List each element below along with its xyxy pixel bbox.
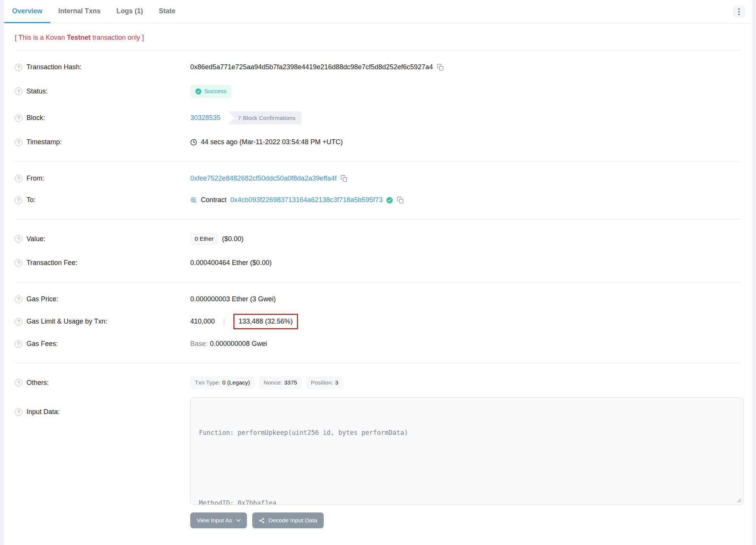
- gas-usage-value: 133,488 (32.56%): [239, 318, 293, 325]
- value-badge: 0 Ether: [190, 232, 218, 245]
- row-value: ? Value: 0 Ether ($0.00): [15, 226, 741, 252]
- row-status: ? Status: Success: [15, 78, 741, 104]
- help-icon[interactable]: ?: [15, 235, 22, 243]
- view-input-as-button[interactable]: View Input As: [190, 512, 247, 528]
- gas-fees-label: Gas Fees:: [26, 340, 58, 348]
- help-icon[interactable]: ?: [15, 196, 22, 204]
- row-timestamp: ? Timestamp: 44 secs ago (Mar-11-2022 03…: [15, 131, 741, 153]
- gas-price-label: Gas Price:: [26, 295, 58, 303]
- transaction-card: Overview Internal Txns Logs (1) State [ …: [3, 0, 753, 545]
- tab-bar: Overview Internal Txns Logs (1) State: [3, 0, 753, 23]
- tab-spacer: [183, 0, 733, 23]
- nonce-key: Nonce:: [264, 379, 282, 386]
- nonce-value: 3375: [284, 379, 297, 386]
- input-methodid-line: MethodID: 0x7bbaf1ea: [199, 497, 735, 505]
- txn-type-key: Txn Type:: [195, 379, 220, 386]
- help-icon[interactable]: ?: [15, 379, 22, 386]
- transaction-fee-label: Transaction Fee:: [26, 259, 77, 267]
- notice-prefix: [ This is a Kovan: [15, 34, 67, 41]
- copy-icon[interactable]: [397, 196, 404, 204]
- clock-icon: [190, 139, 197, 146]
- row-block: ? Block: 30328535 7 Block Confirmations: [15, 104, 741, 131]
- help-icon[interactable]: ?: [15, 318, 22, 325]
- copy-icon[interactable]: [437, 64, 444, 71]
- help-icon[interactable]: ?: [15, 340, 22, 348]
- transaction-hash-label: Transaction Hash:: [26, 63, 81, 71]
- divider: [15, 161, 741, 162]
- help-icon[interactable]: ?: [15, 139, 22, 146]
- row-gas-limit-usage: ? Gas Limit & Usage by Txn: 410,000 | 13…: [15, 310, 741, 333]
- txn-type-badge: Txn Type: 0 (Legacy): [190, 376, 255, 389]
- notice-bold: Testnet: [67, 34, 91, 41]
- others-label: Others:: [26, 379, 49, 387]
- help-icon[interactable]: ?: [15, 259, 22, 267]
- tab-logs[interactable]: Logs (1): [109, 0, 151, 23]
- input-data-actions: View Input As Decode Input Data: [190, 512, 744, 528]
- block-confirmations-badge: 7 Block Confirmations: [228, 111, 301, 125]
- tab-overview[interactable]: Overview: [4, 0, 50, 23]
- value-label: Value:: [26, 235, 45, 243]
- position-key: Position:: [311, 379, 333, 386]
- txn-type-value: 0 (Legacy): [222, 379, 250, 386]
- to-address-link[interactable]: 0x4cb093f226983713164a62138c3f718a5b595f…: [230, 196, 382, 204]
- input-data-label: Input Data:: [26, 408, 60, 416]
- help-icon[interactable]: ?: [15, 87, 22, 95]
- gas-price-value: 0.000000003 Ether (3 Gwei): [190, 295, 276, 303]
- value-usd: ($0.00): [222, 235, 244, 243]
- to-contract-prefix: Contract: [201, 196, 227, 204]
- chevron-down-icon: [236, 519, 241, 522]
- block-label: Block:: [26, 114, 45, 122]
- help-icon[interactable]: ?: [15, 175, 22, 182]
- kebab-menu-button[interactable]: [733, 6, 745, 18]
- divider: [15, 363, 741, 363]
- position-value: 3: [335, 379, 338, 386]
- row-transaction-hash: ? Transaction Hash: 0x86ed5a771e725aa94d…: [15, 56, 741, 78]
- timestamp-value: 44 secs ago (Mar-11-2022 03:54:48 PM +UT…: [201, 138, 343, 146]
- from-address-link[interactable]: 0xfee7522e8482682cf50ddc50a0f8da2a39effa…: [190, 174, 337, 182]
- gas-separator: |: [223, 318, 225, 325]
- testnet-notice: [ This is a Kovan Testnet transaction on…: [15, 34, 741, 42]
- help-icon[interactable]: ?: [15, 296, 22, 303]
- annotation-highlight-box: 133,488 (32.56%): [233, 314, 298, 329]
- timestamp-label: Timestamp:: [26, 138, 62, 146]
- divider: [15, 282, 741, 282]
- row-gas-price: ? Gas Price: 0.000000003 Ether (3 Gwei): [15, 288, 741, 310]
- resize-grip-icon[interactable]: [736, 497, 741, 503]
- notice-suffix: transaction only ]: [90, 34, 144, 41]
- input-data-box[interactable]: Function: performUpkeep(uint256 id, byte…: [190, 397, 744, 505]
- status-badge: Success: [190, 85, 231, 98]
- gas-limit-usage-label: Gas Limit & Usage by Txn:: [26, 318, 107, 325]
- block-number-link[interactable]: 30328535: [190, 114, 220, 122]
- nonce-badge: Nonce: 3375: [259, 376, 302, 389]
- check-circle-icon: [195, 88, 202, 95]
- from-label: From:: [26, 174, 44, 182]
- status-value: Success: [204, 88, 227, 95]
- transaction-hash-value: 0x86ed5a771e725aa94d5b7fa2398e4419e216d8…: [190, 63, 433, 71]
- tab-state[interactable]: State: [151, 0, 183, 23]
- status-label: Status:: [26, 87, 48, 95]
- row-transaction-fee: ? Transaction Fee: 0.000400464 Ether ($0…: [15, 252, 741, 274]
- gas-fees-base-label: Base:: [190, 340, 208, 348]
- tab-internal-txns[interactable]: Internal Txns: [50, 0, 109, 23]
- gas-fees-base-value: 0.000000008 Gwei: [210, 340, 267, 348]
- zoom-in-icon[interactable]: [190, 197, 197, 204]
- kebab-icon: [738, 8, 740, 10]
- row-to: ? To: Contract 0x4cb093f226983713164a621…: [15, 189, 741, 211]
- input-function-line: Function: performUpkeep(uint256 id, byte…: [199, 427, 735, 439]
- divider: [15, 219, 741, 220]
- help-icon[interactable]: ?: [15, 114, 22, 122]
- row-gas-fees: ? Gas Fees: Base: 0.000000008 Gwei: [15, 333, 741, 355]
- transaction-fee-value: 0.000400464 Ether ($0.00): [190, 259, 272, 267]
- row-input-data: ? Input Data: Function: performUpkeep(ui…: [15, 396, 741, 535]
- gas-limit-value: 410,000: [190, 318, 215, 325]
- decode-input-data-button[interactable]: Decode Input Data: [252, 512, 324, 528]
- position-badge: Position: 3: [306, 376, 343, 389]
- verified-check-icon: [386, 197, 393, 204]
- help-icon[interactable]: ?: [15, 64, 22, 71]
- help-icon[interactable]: ?: [15, 408, 22, 416]
- decode-icon: [259, 517, 265, 524]
- to-label: To:: [26, 196, 36, 204]
- row-from: ? From: 0xfee7522e8482682cf50ddc50a0f8da…: [15, 168, 741, 189]
- divider: [15, 50, 741, 50]
- copy-icon[interactable]: [340, 175, 348, 182]
